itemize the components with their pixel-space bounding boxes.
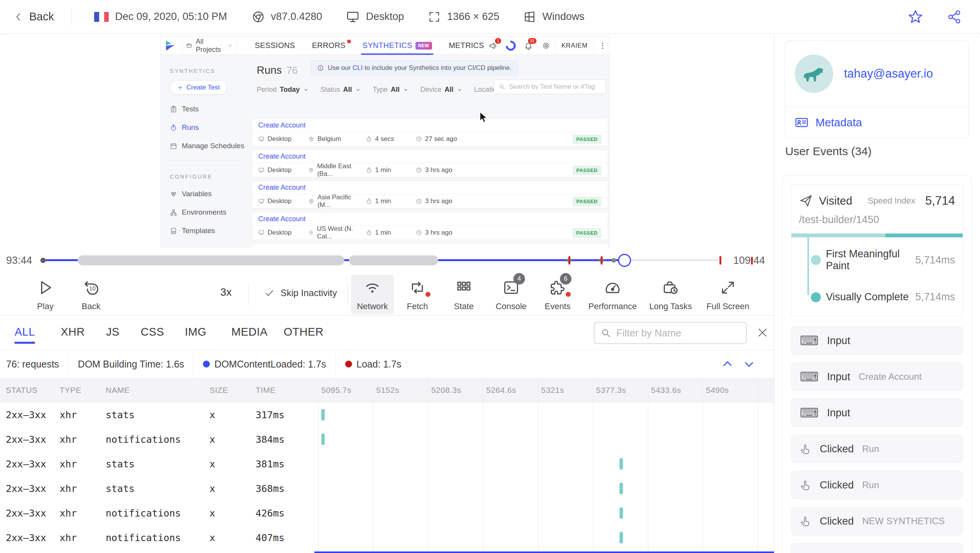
- sidebar-item-environments[interactable]: Environments: [170, 208, 249, 217]
- request-row[interactable]: 2xx–3xxxhrnotificationsx426ms: [0, 501, 774, 525]
- tab-all[interactable]: ALL: [15, 326, 35, 338]
- event-row-clicked[interactable]: Clicked Run: [791, 435, 963, 463]
- calendar-icon: [170, 142, 177, 150]
- visited-event-card[interactable]: Visited Speed Index 5,714 /test-builder/…: [791, 184, 963, 316]
- sidebar-item-runs[interactable]: Runs: [170, 123, 249, 132]
- event-marker[interactable]: [611, 258, 616, 263]
- run-name-link[interactable]: Create Account: [252, 181, 608, 194]
- event-row-clicked[interactable]: Clicked Run: [791, 471, 963, 499]
- close-icon[interactable]: [756, 326, 769, 339]
- skip-inactivity-toggle[interactable]: Skip Inactivity: [264, 288, 337, 298]
- col-type: TYPE: [60, 378, 81, 402]
- sidebar-item-templates[interactable]: Templates: [170, 227, 249, 235]
- cli-link[interactable]: CLI: [352, 64, 362, 71]
- panel-button-events[interactable]: 6 Events: [533, 278, 583, 311]
- time-tick: 5152s: [376, 378, 399, 402]
- request-row[interactable]: 2xx–3xxxhrnotificationsx407ms: [0, 525, 774, 550]
- timeline-scrubber[interactable]: [618, 254, 631, 267]
- run-name-link[interactable]: Create Account: [252, 150, 608, 163]
- user-email-link[interactable]: tahay@asayer.io: [844, 67, 933, 81]
- panel-button-network[interactable]: Network: [347, 278, 397, 311]
- metadata-button[interactable]: Metadata: [786, 107, 968, 138]
- event-row-input[interactable]: ⌨ Input: [791, 326, 963, 355]
- play-button[interactable]: Play: [20, 278, 70, 311]
- metric-dot: [811, 292, 821, 302]
- filter-input[interactable]: [616, 327, 740, 339]
- request-row[interactable]: 2xx–3xxxhrstatsx368ms: [0, 476, 774, 501]
- notifications-button[interactable]: 33: [520, 36, 537, 55]
- filter-type[interactable]: TypeAll: [373, 86, 409, 94]
- check-icon: [264, 288, 274, 298]
- tab-img[interactable]: IMG: [185, 326, 206, 338]
- sidebar-item-variables[interactable]: Variables: [170, 190, 249, 198]
- event-row-clicked[interactable]: Clicked NEW SYNTHETICS: [791, 507, 963, 535]
- run-name-link[interactable]: Create Account: [252, 119, 608, 132]
- fetch-alert-dot: [425, 292, 430, 297]
- panel-button-state[interactable]: State: [439, 278, 489, 311]
- tab-js[interactable]: JS: [106, 326, 120, 338]
- cli-info-banner: Use our CLI to include your Synthetics i…: [311, 60, 518, 76]
- plus-icon: [177, 84, 183, 91]
- metric-dot: [811, 255, 821, 265]
- error-marker[interactable]: [719, 256, 721, 265]
- divider: [248, 283, 249, 305]
- announcements-button[interactable]: 1: [484, 36, 502, 55]
- tab-media[interactable]: MEDIA: [231, 326, 267, 338]
- filter-device[interactable]: DeviceAll: [420, 86, 463, 94]
- tab-xhr[interactable]: XHR: [61, 326, 85, 338]
- session-date-text: Dec 09, 2020, 05:10 PM: [115, 11, 227, 23]
- tab-synthetics[interactable]: SYNTHETICS NEW: [362, 36, 432, 55]
- event-row-input[interactable]: ⌨ Input: [791, 399, 963, 427]
- panel-button-performance[interactable]: Performance: [588, 278, 638, 311]
- favorite-star-icon[interactable]: [908, 9, 923, 25]
- panel-button-fetch[interactable]: Fetch: [392, 278, 442, 311]
- event-row-partial: [791, 543, 963, 553]
- dom-building-time: DOM Building Time: 1.6s: [69, 350, 194, 378]
- back-10-button[interactable]: 10 Back: [66, 278, 116, 311]
- user-menu[interactable]: KRAIEM: [555, 36, 594, 55]
- filter-status[interactable]: StatusAll: [321, 86, 361, 94]
- end-time: 109:44: [733, 255, 765, 267]
- event-row-input[interactable]: ⌨ Input Create Account: [791, 363, 963, 391]
- create-test-button[interactable]: Create Test: [170, 80, 227, 95]
- back-button[interactable]: Back: [14, 10, 54, 23]
- tab-other[interactable]: OTHER: [284, 326, 324, 338]
- request-row[interactable]: 2xx–3xxxhrnotificationsx384ms: [0, 427, 774, 452]
- run-card[interactable]: Create Account Desktop Canada (Central) …: [252, 244, 608, 248]
- tab-css[interactable]: CSS: [141, 326, 164, 338]
- request-row[interactable]: 2xx–3xxxhrstatsx381ms: [0, 452, 774, 476]
- run-card[interactable]: Create Account Desktop Asia Pacific (M..…: [252, 181, 608, 208]
- fetch-icon: [409, 279, 426, 296]
- more-menu[interactable]: [594, 36, 609, 55]
- sidebar-item-manage-schedules[interactable]: Manage Schedules: [170, 142, 249, 150]
- share-icon[interactable]: [947, 10, 962, 24]
- sidebar-item-tests[interactable]: Tests: [170, 105, 249, 113]
- request-row[interactable]: 2xx–3xxxhrstatsx317ms: [0, 402, 774, 427]
- run-card[interactable]: Create Account Desktop US West (N. Cal..…: [252, 213, 608, 240]
- hand-pointer-icon: [800, 515, 811, 527]
- panel-button-console[interactable]: 4 Console: [486, 278, 536, 311]
- error-marker[interactable]: [568, 256, 570, 265]
- settings-button[interactable]: [537, 36, 555, 55]
- filter-box[interactable]: [594, 322, 747, 344]
- project-selector[interactable]: All Projects: [182, 36, 237, 55]
- tab-errors[interactable]: ERRORS: [312, 36, 345, 55]
- tab-sessions[interactable]: SESSIONS: [255, 36, 295, 55]
- panel-button-long-tasks[interactable]: Long Tasks: [646, 278, 696, 311]
- tab-metrics[interactable]: METRICS: [449, 36, 484, 55]
- run-name-link[interactable]: Create Account: [252, 244, 608, 248]
- run-name-link[interactable]: Create Account: [252, 213, 608, 226]
- test-search-input[interactable]: [509, 83, 601, 91]
- run-card[interactable]: Create Account Desktop Belgium 4 secs 27…: [252, 119, 608, 146]
- test-search-box[interactable]: [494, 79, 606, 94]
- panel-button-full-screen[interactable]: Full Screen: [703, 278, 753, 311]
- next-request-button[interactable]: [742, 358, 756, 371]
- bell-badge: 33: [528, 38, 537, 44]
- device-label: Desktop: [366, 11, 404, 23]
- speed-toggle[interactable]: 3x: [211, 286, 241, 298]
- user-events-sidebar: tahay@asayer.io Metadata User Events (34…: [774, 34, 980, 553]
- prev-request-button[interactable]: [721, 358, 734, 371]
- run-card[interactable]: Create Account Desktop Middle East (Ba..…: [252, 150, 608, 177]
- filter-period[interactable]: PeriodToday: [257, 86, 309, 94]
- error-marker[interactable]: [601, 256, 603, 265]
